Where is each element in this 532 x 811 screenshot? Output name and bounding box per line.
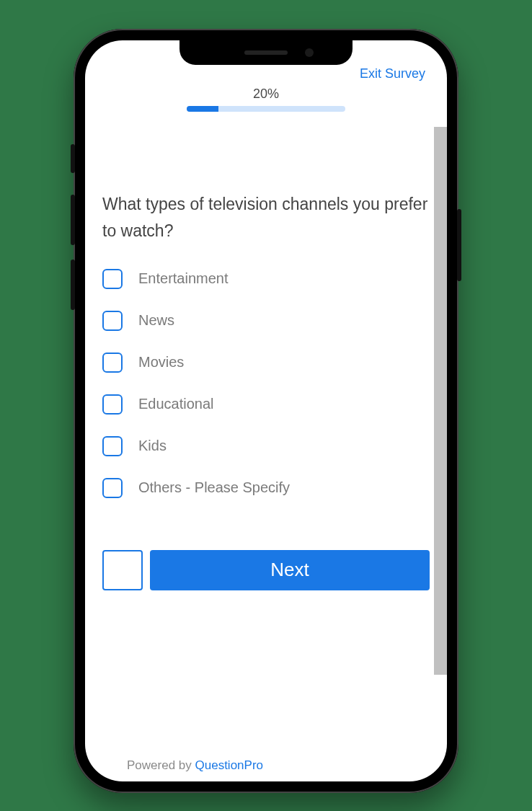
progress-fill <box>187 106 218 112</box>
survey-screen: Exit Survey 20% What types of television… <box>85 40 447 781</box>
checkbox-icon[interactable] <box>102 353 123 373</box>
option-label: Kids <box>138 438 167 454</box>
side-button-volume-up <box>71 195 75 245</box>
progress-label: 20% <box>102 87 430 102</box>
progress-indicator: 20% <box>102 87 430 112</box>
footer-prefix: Powered by <box>127 758 195 772</box>
notch <box>179 40 353 65</box>
checkbox-icon[interactable] <box>102 269 123 289</box>
checkbox-icon[interactable] <box>102 436 123 456</box>
side-button-volume-down <box>71 260 75 310</box>
option-row[interactable]: Movies <box>102 353 430 373</box>
footer: Powered by QuestionPro <box>127 758 263 773</box>
option-row[interactable]: News <box>102 311 430 331</box>
exit-survey-link[interactable]: Exit Survey <box>360 66 425 81</box>
side-button-power <box>457 209 461 281</box>
side-button-silent <box>71 144 75 173</box>
option-row[interactable]: Kids <box>102 436 430 456</box>
option-label: News <box>138 312 174 329</box>
nav-row: Next <box>102 550 430 590</box>
checkbox-icon[interactable] <box>102 394 123 415</box>
back-button[interactable] <box>102 550 143 590</box>
checkbox-icon[interactable] <box>102 311 123 331</box>
camera-icon <box>305 48 314 57</box>
option-list: Entertainment News Movies Educational Ki… <box>102 269 430 498</box>
question-text: What types of television channels you pr… <box>102 191 430 244</box>
option-label: Others - Please Specify <box>138 479 290 496</box>
option-row[interactable]: Others - Please Specify <box>102 478 430 498</box>
option-row[interactable]: Educational <box>102 394 430 415</box>
option-label: Movies <box>138 354 184 371</box>
progress-bar <box>187 106 345 112</box>
phone-screen: Exit Survey 20% What types of television… <box>85 40 447 781</box>
footer-brand-link[interactable]: QuestionPro <box>195 758 264 772</box>
speaker-icon <box>244 50 288 55</box>
option-label: Entertainment <box>138 270 229 287</box>
next-button[interactable]: Next <box>150 550 430 590</box>
checkbox-icon[interactable] <box>102 478 123 498</box>
phone-frame: Exit Survey 20% What types of television… <box>74 29 458 793</box>
option-label: Educational <box>138 396 214 412</box>
option-row[interactable]: Entertainment <box>102 269 430 289</box>
